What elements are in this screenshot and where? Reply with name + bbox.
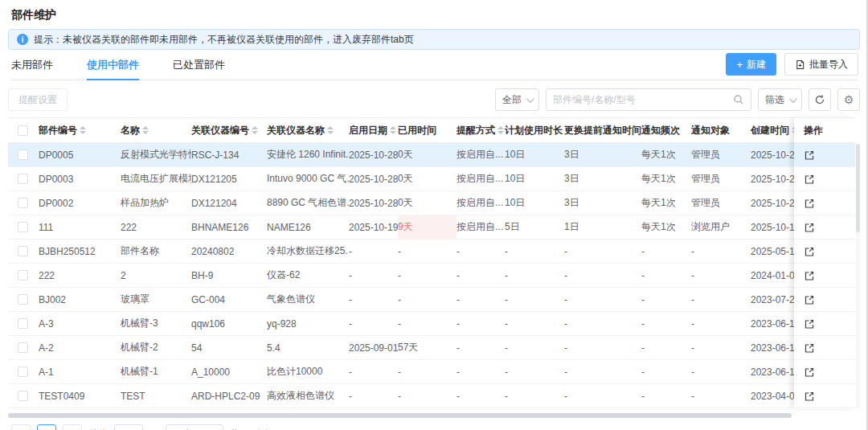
column-settings-button[interactable]: ⚙ bbox=[837, 88, 860, 111]
table-row[interactable]: 2222BH-9仪器-62-------2024-01-02 1 bbox=[8, 264, 794, 288]
row-checkbox[interactable] bbox=[18, 391, 28, 401]
tab-unused-parts[interactable]: 未用部件 bbox=[11, 58, 53, 80]
table-cell: 按启用自... bbox=[457, 191, 505, 215]
table-cell: - bbox=[641, 264, 691, 287]
table-cell: 3日 bbox=[564, 191, 641, 215]
goto-page-input[interactable] bbox=[114, 424, 143, 430]
table-cell: - bbox=[564, 264, 641, 287]
row-checkbox[interactable] bbox=[18, 246, 28, 256]
export-icon[interactable] bbox=[804, 174, 815, 185]
table-row[interactable]: A-3机械臂-3qqw106yq-928-------2023-06-12 0 bbox=[8, 312, 794, 336]
table-cell: - bbox=[564, 288, 641, 311]
table-row[interactable]: BJ002玻璃罩GC-004气象色谱仪-------2023-07-25 1 bbox=[8, 288, 794, 312]
column-header-label: 通知对象 bbox=[691, 124, 730, 137]
table-cell: 每天1次 bbox=[641, 167, 691, 190]
table-scroll-area[interactable]: 部件编号名称关联仪器编号关联仪器名称启用日期已用时间提醒方式计划使用时长更换提前… bbox=[8, 117, 794, 409]
export-icon[interactable] bbox=[804, 222, 815, 233]
table-cell: BHNAME126 bbox=[191, 215, 267, 239]
search-icon[interactable] bbox=[733, 94, 744, 105]
export-icon[interactable] bbox=[804, 318, 815, 330]
row-checkbox[interactable] bbox=[18, 174, 28, 184]
row-checkbox[interactable] bbox=[18, 222, 28, 232]
table-row[interactable]: DP0002样品加热炉DX1212048890 GC 气相色谱...2025-1… bbox=[8, 191, 794, 215]
row-checkbox[interactable] bbox=[18, 149, 28, 160]
vertical-scrollbar-thumb[interactable] bbox=[856, 144, 860, 232]
row-checkbox[interactable] bbox=[18, 270, 28, 281]
table-cell: 电流电压扩展模块 bbox=[121, 167, 191, 190]
table-row[interactable]: A-2机械臂-2545.42025-09-0157天-----2023-06-1… bbox=[8, 336, 794, 360]
export-icon[interactable] bbox=[804, 198, 815, 209]
export-icon[interactable] bbox=[804, 270, 815, 281]
sort-carets-icon[interactable] bbox=[497, 126, 504, 134]
table-cell: 气象色谱仪 bbox=[267, 288, 349, 311]
table-cell: 2023-06-12 0 bbox=[751, 360, 794, 383]
prev-page-button[interactable]: ‹ bbox=[11, 424, 31, 430]
sort-carets-icon[interactable] bbox=[142, 126, 149, 134]
search-input[interactable] bbox=[553, 94, 733, 105]
goto-label: 前往 bbox=[88, 428, 108, 430]
table-row[interactable]: TEST0409TESTARD-HPLC2-09高效液相色谱仪-------20… bbox=[8, 384, 794, 408]
table-header: 部件编号名称关联仪器编号关联仪器名称启用日期已用时间提醒方式计划使用时长更换提前… bbox=[8, 117, 794, 143]
export-icon[interactable] bbox=[804, 149, 815, 161]
scope-select-value: 全部 bbox=[502, 93, 522, 107]
table-cell: 浏览用户 bbox=[691, 215, 751, 239]
table-cell: 按启用自... bbox=[457, 167, 505, 190]
export-icon[interactable] bbox=[804, 342, 815, 354]
table-cell: TEST bbox=[121, 384, 191, 407]
table-cell: - bbox=[398, 288, 457, 311]
table-cell: - bbox=[457, 336, 505, 359]
batch-import-button[interactable]: 批量导入 bbox=[784, 53, 858, 76]
next-page-button[interactable]: › bbox=[63, 424, 82, 430]
table-cell: - bbox=[641, 360, 691, 383]
page-size-select[interactable]: 20条/页 bbox=[166, 424, 223, 430]
table-row[interactable]: 111222BHNAME126NAME1262025-10-199天按启用自..… bbox=[8, 215, 794, 240]
column-header-label: 已用时间 bbox=[398, 124, 436, 137]
table-cell: 0天 bbox=[398, 191, 457, 215]
row-checkbox[interactable] bbox=[18, 342, 28, 353]
table-row[interactable]: DP0005反射模式光学特性...RSC-J-134安捷伦 1260 Infin… bbox=[8, 143, 794, 167]
row-checkbox[interactable] bbox=[18, 294, 28, 305]
sort-carets-icon[interactable] bbox=[252, 126, 258, 134]
table-cell: 2025-10-19 2 bbox=[751, 215, 794, 239]
select-all-checkbox[interactable] bbox=[18, 125, 28, 136]
table-row[interactable]: BJBH250512部件名称20240802冷却水数据迁移25...------… bbox=[8, 240, 794, 264]
table-cell: 2025-10-28 1 bbox=[751, 191, 794, 215]
page-number-button[interactable]: 1 bbox=[37, 424, 56, 430]
refresh-button[interactable] bbox=[809, 88, 831, 111]
export-icon[interactable] bbox=[804, 391, 815, 402]
horizontal-scrollbar-thumb[interactable] bbox=[8, 413, 792, 418]
sort-carets-icon[interactable] bbox=[80, 126, 86, 134]
table-row[interactable]: DP0003电流电压扩展模块DX121205Intuvo 9000 GC 气..… bbox=[8, 167, 794, 191]
column-header: 更换提前通知时间 bbox=[564, 118, 641, 142]
table-cell: 10日 bbox=[505, 143, 564, 166]
tab-disposed-parts[interactable]: 已处置部件 bbox=[173, 58, 225, 80]
vertical-scrollbar[interactable] bbox=[856, 144, 860, 408]
scope-select[interactable]: 全部 bbox=[495, 88, 539, 111]
remind-settings-button[interactable]: 提醒设置 bbox=[8, 88, 68, 111]
filter-button[interactable]: 筛选 bbox=[758, 88, 802, 111]
export-icon[interactable] bbox=[804, 294, 815, 305]
row-checkbox[interactable] bbox=[18, 318, 28, 329]
sort-carets-icon[interactable] bbox=[390, 126, 396, 134]
export-icon[interactable] bbox=[804, 246, 815, 257]
row-checkbox[interactable] bbox=[18, 198, 28, 208]
table-cell: 仪器-62 bbox=[267, 264, 349, 287]
export-icon[interactable] bbox=[804, 367, 815, 378]
sort-carets-icon[interactable] bbox=[327, 126, 334, 134]
row-checkbox[interactable] bbox=[18, 367, 28, 377]
tab-in-use-parts[interactable]: 使用中部件 bbox=[87, 58, 139, 80]
table-cell: 222 bbox=[39, 264, 121, 287]
table-cell: 机械臂-2 bbox=[121, 336, 191, 359]
table-cell: - bbox=[505, 264, 564, 287]
table-cell: RSC-J-134 bbox=[191, 143, 267, 166]
table-cell: 2025-10-28 1 bbox=[751, 167, 794, 190]
table-cell: - bbox=[505, 360, 564, 383]
table-cell: 5.4 bbox=[267, 336, 349, 359]
column-header-label: 提醒方式 bbox=[457, 124, 495, 137]
table-row[interactable]: A-1机械臂-1A_10000比色计10000-------2023-06-12… bbox=[8, 360, 794, 384]
chevron-down-icon bbox=[789, 95, 797, 103]
table-cell: 机械臂-1 bbox=[121, 360, 191, 383]
horizontal-scrollbar[interactable] bbox=[8, 413, 860, 418]
create-button[interactable]: + 新建 bbox=[726, 53, 776, 76]
column-header-label: 部件编号 bbox=[39, 124, 77, 137]
